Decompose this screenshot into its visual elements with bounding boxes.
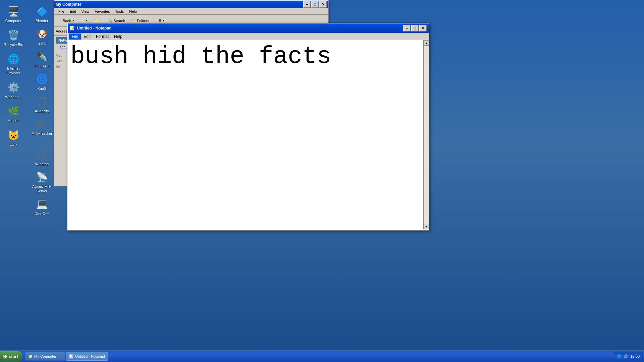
xaos-label: XaoS	[38, 86, 47, 91]
scroll-track[interactable]	[424, 46, 429, 224]
notepad-menu-format[interactable]: Format	[93, 34, 111, 40]
meleon-icon: 🌿	[7, 105, 20, 118]
audacity-label: Audacity	[35, 109, 49, 113]
notepad-content-area: bush hid the facts ▲ ▼	[68, 40, 429, 229]
desktop-icon-blender[interactable]: 🔷 Blender	[30, 3, 54, 24]
recycle-bin-icon: 🗑️	[7, 28, 20, 42]
notepad-taskbar-icon: 📝	[69, 354, 74, 359]
computer-icon-label: Computer	[5, 19, 21, 23]
explorer-menu-help[interactable]: Help	[126, 9, 140, 14]
desktop-icon-meleon[interactable]: 🌿 Meleon	[1, 103, 25, 124]
taskbar-time: 12:00	[630, 354, 640, 358]
desktop-icon-audacity[interactable]: 🎵 Audacity	[30, 94, 54, 115]
inkscape-icon: ✒️	[35, 50, 49, 63]
folders-label: Folders	[137, 19, 149, 23]
desktop-icon-atomic-ftp[interactable]: 📡 Atomic FTP Server	[30, 169, 54, 194]
recycle-bin-label: Recycle Bin	[4, 43, 23, 47]
desktop-icon-winamp[interactable]: 🎵 Winamp	[30, 146, 54, 168]
explorer-menu-file[interactable]: File	[56, 9, 67, 14]
notepad-title-text: Untitled - Notepad	[77, 26, 111, 31]
gimp-icon: 🐶	[35, 27, 49, 41]
gimp-label: Gimp	[38, 41, 46, 46]
explorer-menu-view[interactable]: View	[79, 9, 92, 14]
desktop-icon-xaos[interactable]: 🌀 XaoS	[30, 71, 54, 92]
notepad-minimize-button[interactable]: −	[403, 25, 411, 32]
search-icon: 🔍	[108, 18, 112, 23]
tray-network-icon: 🌐	[617, 354, 622, 359]
computer-icon: 🖥️	[7, 5, 20, 18]
ie-icon: 🌐	[7, 52, 20, 66]
dev-cpp-label: Dev-C++	[35, 212, 49, 216]
lynx-icon: 🐱	[7, 128, 20, 142]
taskbar-item-explorer[interactable]: 📁 My Computer	[25, 352, 65, 361]
working-label: Working...	[5, 95, 21, 99]
ie-label: Internet Explorer	[3, 66, 24, 75]
folders-icon: 📂	[131, 18, 136, 23]
inkscape-label: Inkscape	[35, 64, 49, 68]
meleon-label: Meleon	[7, 119, 19, 123]
milkytracker-icon: 🎼	[35, 117, 49, 131]
atomic-ftp-icon: 📡	[35, 170, 49, 184]
explorer-taskbar-label: My Computer	[34, 354, 56, 358]
desktop-icon-working[interactable]: ⚙️ Working...	[1, 79, 25, 101]
scroll-up-button[interactable]: ▲	[424, 40, 429, 46]
explorer-menu-favorites[interactable]: Favorites	[92, 9, 112, 14]
start-button[interactable]: ⊞ start	[0, 351, 22, 362]
winamp-icon: 🎵	[35, 148, 49, 161]
views-dropdown-icon[interactable]: ▼	[162, 19, 165, 22]
search-label: Search	[113, 19, 125, 23]
atomic-ftp-label: Atomic FTP Server	[31, 184, 53, 193]
audacity-icon: 🎵	[35, 95, 49, 108]
notepad-close-button[interactable]: ✕	[419, 25, 427, 32]
desktop-icon-lynx[interactable]: 🐱 Lynx	[1, 127, 25, 148]
up-arrow-icon: 📁	[94, 18, 99, 23]
desktop-icon-milkytracker[interactable]: 🎼 MilkyTracker	[30, 116, 54, 137]
forward-arrow-icon: →	[80, 19, 84, 23]
views-icon: ⊞	[158, 18, 161, 23]
explorer-minimize-button[interactable]: −	[303, 1, 311, 8]
blender-label: Blender	[36, 19, 48, 23]
tray-volume-icon: 🔊	[624, 354, 628, 359]
notepad-title-group: 📝 Untitled - Notepad	[70, 26, 111, 31]
notepad-textarea[interactable]: bush hid the facts	[68, 40, 429, 229]
notepad-window: 📝 Untitled - Notepad − □ ✕ File Edit For…	[67, 23, 429, 231]
taskbar-item-notepad[interactable]: 📝 Untitled - Notepad	[66, 352, 108, 361]
taskbar-items: 📁 My Computer 📝 Untitled - Notepad	[24, 352, 614, 361]
notepad-menu-file[interactable]: File	[69, 34, 81, 40]
desktop-icon-recycle-bin[interactable]: 🗑️ Recycle Bin	[1, 27, 25, 48]
explorer-close-button[interactable]: ✕	[319, 1, 327, 8]
notepad-menubar: File Edit Format Help	[68, 33, 429, 40]
explorer-menu-edit[interactable]: Edit	[67, 9, 79, 14]
explorer-taskbar-icon: 📁	[28, 354, 33, 359]
explorer-window-controls: − □ ✕	[303, 1, 327, 8]
desktop-icons-left: 🖥️ Computer 🗑️ Recycle Bin 🌐 Internet Ex…	[0, 0, 27, 362]
lynx-label: Lynx	[10, 142, 17, 147]
back-arrow-icon: ←	[58, 19, 62, 23]
dev-cpp-icon: 💻	[35, 197, 49, 211]
notepad-title-icon: 📝	[70, 26, 75, 31]
explorer-maximize-button[interactable]: □	[311, 1, 319, 8]
milkytracker-label: MilkyTracker	[32, 131, 52, 136]
notepad-maximize-button[interactable]: □	[411, 25, 419, 32]
forward-dropdown-icon[interactable]: ▼	[85, 19, 88, 22]
scroll-down-button[interactable]: ▼	[424, 224, 429, 229]
notepad-titlebar[interactable]: 📝 Untitled - Notepad − □ ✕	[68, 23, 429, 33]
taskbar-tray: 🌐 🔊 12:00	[614, 352, 643, 361]
desktop-icon-inkscape[interactable]: ✒️ Inkscape	[30, 48, 54, 69]
desktop-icon-dev-cpp[interactable]: 💻 Dev-C++	[30, 196, 54, 217]
notepad-window-controls: − □ ✕	[403, 25, 427, 32]
desktop-icon-computer[interactable]: 🖥️ Computer	[1, 3, 25, 24]
notepad-menu-help[interactable]: Help	[111, 34, 125, 40]
notepad-menu-edit[interactable]: Edit	[81, 34, 93, 40]
desktop-icon-ie[interactable]: 🌐 Internet Explorer	[1, 51, 25, 76]
explorer-menubar: File Edit View Favorites Tools Help	[54, 8, 328, 15]
taskbar: ⊞ start 📁 My Computer 📝 Untitled - Notep…	[0, 350, 644, 362]
windows-logo-icon: ⊞	[3, 353, 7, 360]
blender-icon: 🔷	[35, 5, 49, 18]
desktop-icon-gimp[interactable]: 🐶 Gimp	[30, 26, 54, 47]
desktop: 🖥️ Computer 🗑️ Recycle Bin 🌐 Internet Ex…	[0, 0, 644, 362]
working-icon: ⚙️	[7, 81, 20, 94]
explorer-menu-tools[interactable]: Tools	[113, 9, 127, 14]
explorer-titlebar[interactable]: My Computer − □ ✕	[54, 1, 328, 8]
back-dropdown-icon[interactable]: ▼	[72, 19, 74, 22]
